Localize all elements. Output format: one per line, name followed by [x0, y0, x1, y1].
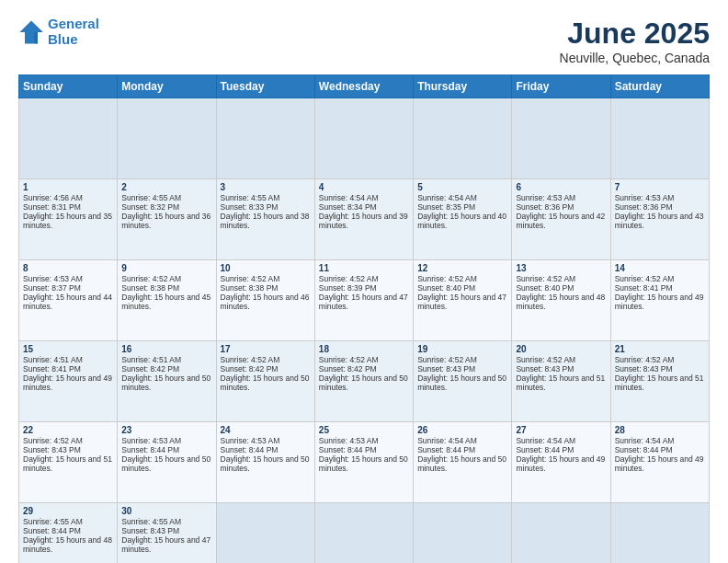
sunset: Sunset: 8:44 PM [221, 445, 279, 454]
list-item: 18 Sunrise: 4:52 AM Sunset: 8:42 PM Dayl… [314, 341, 413, 422]
daylight: Daylight: 15 hours and 47 minutes. [121, 535, 210, 554]
list-item: 19 Sunrise: 4:52 AM Sunset: 8:43 PM Dayl… [414, 341, 512, 422]
sunset: Sunset: 8:32 PM [121, 202, 179, 212]
list-item: 10 Sunrise: 4:52 AM Sunset: 8:38 PM Dayl… [216, 260, 314, 341]
day-number: 14 [615, 263, 705, 273]
sunrise: Sunrise: 4:52 AM [319, 355, 379, 364]
sunset: Sunset: 8:42 PM [221, 364, 279, 373]
sunset: Sunset: 8:44 PM [23, 526, 81, 535]
list-item [216, 98, 314, 179]
daylight: Daylight: 15 hours and 39 minutes. [319, 212, 408, 230]
sunset: Sunset: 8:44 PM [516, 445, 574, 454]
sunrise: Sunrise: 4:54 AM [615, 436, 675, 445]
list-item: 14 Sunrise: 4:52 AM Sunset: 8:41 PM Dayl… [610, 260, 709, 341]
daylight: Daylight: 15 hours and 50 minutes. [319, 373, 408, 392]
logo-line2: Blue [48, 31, 78, 47]
list-item: 2 Sunrise: 4:55 AM Sunset: 8:32 PM Dayli… [118, 179, 216, 260]
list-item: 15 Sunrise: 4:51 AM Sunset: 8:41 PM Dayl… [19, 341, 118, 422]
daylight: Daylight: 15 hours and 49 minutes. [615, 293, 704, 311]
daylight: Daylight: 15 hours and 51 minutes. [615, 373, 704, 392]
sunrise: Sunrise: 4:52 AM [221, 355, 280, 364]
list-item: 30 Sunrise: 4:55 AM Sunset: 8:43 PM Dayl… [118, 503, 216, 564]
sunrise: Sunrise: 4:53 AM [319, 436, 379, 445]
sunrise: Sunrise: 4:54 AM [319, 193, 379, 202]
day-number: 10 [221, 263, 311, 273]
col-friday: Friday [512, 75, 610, 98]
sunset: Sunset: 8:41 PM [23, 364, 81, 373]
sunrise: Sunrise: 4:52 AM [319, 274, 379, 283]
sunset: Sunset: 8:42 PM [319, 364, 377, 373]
sunset: Sunset: 8:44 PM [319, 445, 377, 454]
list-item [512, 98, 610, 179]
sunset: Sunset: 8:43 PM [615, 364, 673, 373]
day-number: 19 [417, 344, 507, 354]
list-item: 16 Sunrise: 4:51 AM Sunset: 8:42 PM Dayl… [118, 341, 216, 422]
day-number: 16 [121, 344, 211, 354]
list-item: 27 Sunrise: 4:54 AM Sunset: 8:44 PM Dayl… [512, 422, 610, 503]
list-item: 24 Sunrise: 4:53 AM Sunset: 8:44 PM Dayl… [216, 422, 314, 503]
day-number: 23 [121, 425, 211, 435]
list-item: 26 Sunrise: 4:54 AM Sunset: 8:44 PM Dayl… [414, 422, 512, 503]
day-number: 9 [121, 263, 211, 273]
day-number: 5 [417, 182, 507, 192]
daylight: Daylight: 15 hours and 47 minutes. [417, 293, 506, 311]
daylight: Daylight: 15 hours and 48 minutes. [516, 293, 605, 311]
sunrise: Sunrise: 4:53 AM [516, 193, 575, 202]
logo-line1: General [48, 16, 99, 31]
daylight: Daylight: 15 hours and 44 minutes. [23, 293, 112, 311]
daylight: Daylight: 15 hours and 48 minutes. [23, 535, 112, 554]
list-item: 1 Sunrise: 4:56 AM Sunset: 8:31 PM Dayli… [19, 179, 118, 260]
day-number: 7 [615, 182, 705, 192]
svg-marker-0 [19, 20, 42, 43]
sunrise: Sunrise: 4:55 AM [121, 193, 181, 202]
sunrise: Sunrise: 4:51 AM [23, 355, 83, 364]
day-number: 13 [516, 263, 606, 273]
list-item: 28 Sunrise: 4:54 AM Sunset: 8:44 PM Dayl… [610, 422, 709, 503]
sunset: Sunset: 8:44 PM [121, 445, 179, 454]
sunrise: Sunrise: 4:52 AM [221, 274, 280, 283]
daylight: Daylight: 15 hours and 50 minutes. [221, 454, 310, 473]
daylight: Daylight: 15 hours and 50 minutes. [319, 454, 408, 473]
col-saturday: Saturday [610, 75, 709, 98]
list-item [118, 98, 216, 179]
day-number: 25 [319, 425, 409, 435]
sunrise: Sunrise: 4:53 AM [615, 193, 675, 202]
sunset: Sunset: 8:38 PM [121, 283, 179, 293]
table-row: 22 Sunrise: 4:52 AM Sunset: 8:43 PM Dayl… [19, 422, 710, 503]
sunset: Sunset: 8:35 PM [417, 202, 475, 212]
sunset: Sunset: 8:43 PM [516, 364, 574, 373]
daylight: Daylight: 15 hours and 51 minutes. [516, 373, 605, 392]
sunrise: Sunrise: 4:54 AM [417, 436, 477, 445]
list-item: 6 Sunrise: 4:53 AM Sunset: 8:36 PM Dayli… [512, 179, 610, 260]
sunrise: Sunrise: 4:52 AM [121, 274, 181, 283]
header: General Blue June 2025 Neuville, Quebec,… [18, 17, 710, 65]
daylight: Daylight: 15 hours and 50 minutes. [121, 454, 210, 473]
sunset: Sunset: 8:33 PM [221, 202, 279, 212]
daylight: Daylight: 15 hours and 49 minutes. [23, 373, 112, 392]
daylight: Daylight: 15 hours and 40 minutes. [417, 212, 506, 230]
daylight: Daylight: 15 hours and 46 minutes. [221, 293, 310, 311]
sunrise: Sunrise: 4:55 AM [23, 517, 83, 526]
daylight: Daylight: 15 hours and 43 minutes. [615, 212, 704, 230]
col-wednesday: Wednesday [314, 75, 413, 98]
day-number: 27 [516, 425, 606, 435]
sunset: Sunset: 8:40 PM [516, 283, 574, 293]
sunset: Sunset: 8:31 PM [23, 202, 81, 212]
list-item [414, 503, 512, 564]
table-row: 29 Sunrise: 4:55 AM Sunset: 8:44 PM Dayl… [19, 503, 710, 564]
daylight: Daylight: 15 hours and 47 minutes. [319, 293, 408, 311]
sunrise: Sunrise: 4:53 AM [23, 274, 83, 283]
sunrise: Sunrise: 4:52 AM [516, 274, 575, 283]
col-monday: Monday [118, 75, 216, 98]
daylight: Daylight: 15 hours and 42 minutes. [516, 212, 605, 230]
list-item: 11 Sunrise: 4:52 AM Sunset: 8:39 PM Dayl… [314, 260, 413, 341]
day-number: 29 [23, 506, 113, 516]
daylight: Daylight: 15 hours and 36 minutes. [121, 212, 210, 230]
title-block: June 2025 Neuville, Quebec, Canada [560, 17, 710, 65]
list-item: 20 Sunrise: 4:52 AM Sunset: 8:43 PM Dayl… [512, 341, 610, 422]
sunset: Sunset: 8:34 PM [319, 202, 377, 212]
day-number: 6 [516, 182, 606, 192]
list-item [314, 98, 413, 179]
list-item: 12 Sunrise: 4:52 AM Sunset: 8:40 PM Dayl… [414, 260, 512, 341]
list-item: 23 Sunrise: 4:53 AM Sunset: 8:44 PM Dayl… [118, 422, 216, 503]
